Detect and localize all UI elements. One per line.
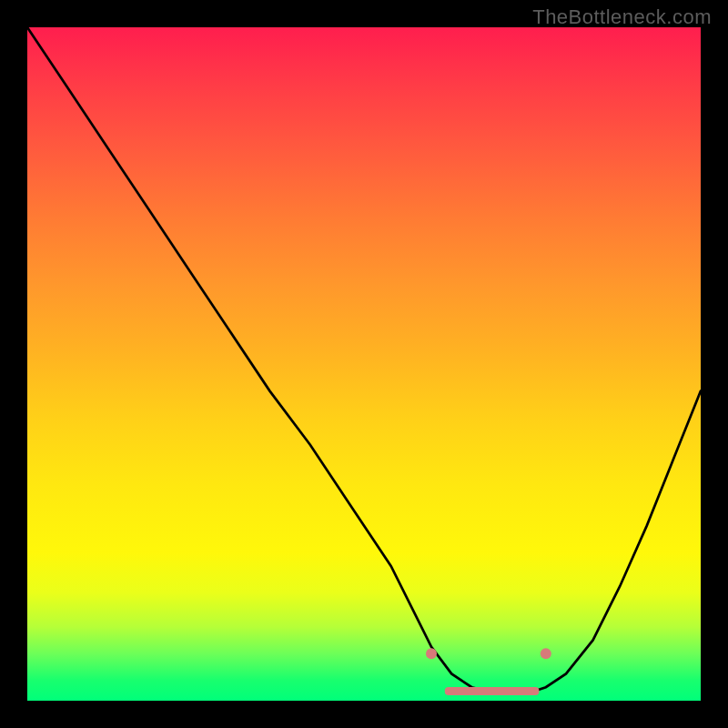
plot-area — [27, 27, 701, 701]
bottom-pink-band — [445, 687, 540, 695]
bottleneck-curve — [27, 27, 701, 694]
watermark-text: TheBottleneck.com — [532, 5, 712, 29]
chart-frame: TheBottleneck.com — [0, 0, 728, 728]
curve-marker-left — [426, 648, 437, 659]
curve-marker-right — [541, 648, 551, 659]
curve-svg — [27, 27, 701, 701]
